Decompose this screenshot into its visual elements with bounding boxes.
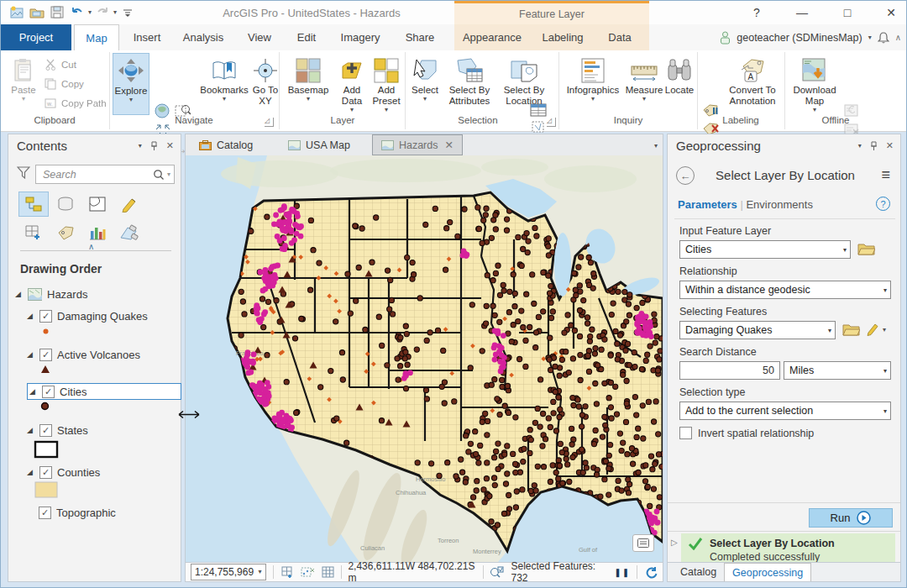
select-button[interactable]: Select▾ — [408, 53, 442, 102]
result-expander-icon[interactable]: ▷ — [671, 538, 678, 547]
add-data-button[interactable]: Add Data▾ — [335, 53, 369, 113]
download-map-button[interactable]: Download Map▾ — [790, 53, 839, 113]
tab-view[interactable]: View — [238, 24, 281, 50]
layer-item-damaging-quakes[interactable]: ◢ ✓ Damaging Quakes — [27, 307, 148, 324]
layer-item-hazards[interactable]: ◢ Hazards — [15, 286, 87, 302]
infographics-button[interactable]: Infographics▾ — [562, 53, 624, 102]
list-by-snapping-icon[interactable] — [18, 220, 49, 245]
layer-item-counties[interactable]: ◢ ✓ Counties — [27, 464, 100, 480]
pin-icon[interactable] — [150, 141, 158, 151]
minimize-button[interactable]: — — [787, 1, 817, 24]
user-name[interactable]: geoteacher (SDMinesMap) — [737, 32, 862, 44]
distance-unit-combo[interactable]: Miles▾ — [784, 361, 891, 380]
measure-button[interactable]: Measure▾ — [624, 53, 664, 102]
redo-icon[interactable] — [93, 3, 112, 22]
paste-button[interactable]: Paste▾ — [6, 53, 41, 102]
layer-item-topographic[interactable]: ✓ Topographic — [39, 504, 116, 521]
list-by-selection-icon[interactable] — [82, 192, 113, 217]
bottom-tab-geoprocessing[interactable]: Geoprocessing — [724, 563, 811, 581]
tab-insert[interactable]: Insert — [123, 24, 170, 50]
browse-icon[interactable] — [857, 241, 875, 255]
locate-button[interactable]: Locate — [663, 53, 696, 96]
back-icon[interactable]: ← — [676, 166, 695, 185]
navigate-launcher-icon[interactable]: ◿ — [265, 118, 274, 127]
list-by-data-source-icon[interactable] — [50, 192, 81, 217]
grid-icon[interactable] — [322, 566, 334, 579]
view-tab-hazards[interactable]: Hazards ✕ — [372, 134, 463, 155]
explore-button[interactable]: Explore▾ — [113, 53, 149, 115]
list-by-editing-icon[interactable] — [114, 192, 144, 217]
input-feature-layer-combo[interactable]: Cities▾ — [679, 240, 851, 259]
search-distance-input[interactable]: 50 — [679, 361, 780, 380]
selection-launcher-icon[interactable]: ◿ — [547, 118, 556, 127]
tab-map[interactable]: Map — [74, 24, 119, 50]
cut-button[interactable]: Cut — [45, 55, 76, 73]
invert-checkbox[interactable] — [679, 427, 692, 439]
checkbox[interactable]: ✓ — [39, 424, 52, 437]
tab-analysis[interactable]: Analysis — [174, 24, 233, 50]
checkbox[interactable]: ✓ — [39, 310, 52, 323]
add-preset-button[interactable]: Add Preset▾ — [369, 53, 404, 113]
sketch-caret-icon[interactable]: ▾ — [883, 327, 886, 333]
layer-item-cities[interactable]: ◢ ✓ Cities — [27, 383, 181, 400]
view-tab-usa-map[interactable]: USA Map — [280, 134, 359, 155]
list-by-drawing-order-icon[interactable] — [18, 192, 49, 217]
tab-environments[interactable]: Environments — [746, 198, 812, 211]
checkbox[interactable]: ✓ — [39, 349, 52, 361]
tab-data[interactable]: Data — [600, 24, 639, 50]
checkbox[interactable]: ✓ — [39, 507, 51, 519]
copy-path-button[interactable]: w.Copy Path — [45, 94, 107, 112]
gp-close-icon[interactable]: ✕ — [886, 140, 894, 151]
map-canvas[interactable]: HermosilloChihuahuaCuliacanTorreonMonter… — [185, 155, 663, 562]
search-icon[interactable] — [153, 169, 165, 181]
gp-options-icon[interactable]: ≡ — [881, 166, 890, 184]
convert-to-annotation-button[interactable]: A Convert To Annotation — [723, 53, 782, 107]
scale-combo[interactable]: 1:24,755,969▾ — [191, 564, 266, 580]
gp-help-icon[interactable]: ? — [876, 197, 890, 211]
close-view-tab-icon[interactable]: ✕ — [444, 139, 453, 151]
contents-menu-caret-icon[interactable]: ▾ — [139, 143, 142, 150]
close-button[interactable]: ✕ — [876, 1, 906, 24]
tab-parameters[interactable]: Parameters — [678, 198, 737, 211]
customize-qat-icon[interactable] — [118, 3, 137, 22]
notifications-icon[interactable] — [878, 31, 889, 45]
list-by-perspective-icon[interactable] — [114, 220, 144, 245]
basemap-button[interactable]: Basemap▾ — [283, 53, 333, 102]
contents-search-input[interactable]: Search ▾ — [35, 165, 175, 184]
maximize-button[interactable]: □ — [832, 1, 862, 24]
contents-close-icon[interactable]: ✕ — [166, 140, 174, 151]
select-by-location-button[interactable]: Select By Location — [498, 53, 550, 107]
tab-share[interactable]: Share — [394, 24, 446, 50]
tab-appearance[interactable]: Appearance — [461, 24, 523, 50]
filter-icon[interactable] — [17, 166, 30, 179]
gp-menu-caret-icon[interactable]: ▾ — [858, 143, 862, 150]
new-project-icon[interactable] — [8, 3, 26, 22]
sketch-icon[interactable] — [866, 322, 880, 336]
snap-icon[interactable] — [301, 566, 315, 579]
tab-list-caret-icon[interactable]: ▾ — [654, 143, 658, 150]
open-project-icon[interactable] — [28, 3, 46, 22]
select-by-attributes-button[interactable]: Select By Attributes — [443, 53, 496, 107]
selection-type-combo[interactable]: Add to the current selection▾ — [679, 402, 891, 420]
copy-button[interactable]: Copy — [45, 75, 84, 92]
view-tab-catalog[interactable]: Catalog — [191, 134, 261, 155]
layer-item-active-volcanoes[interactable]: ◢ ✓ Active Volcanoes — [27, 346, 140, 363]
list-by-labeling-icon[interactable] — [50, 220, 81, 245]
checkbox[interactable]: ✓ — [39, 466, 52, 479]
bottom-tab-catalog[interactable]: Catalog — [673, 563, 724, 581]
list-by-charts-icon[interactable] — [82, 220, 113, 245]
tab-project[interactable]: Project — [1, 24, 71, 50]
layer-item-states[interactable]: ◢ ✓ States — [27, 422, 88, 438]
pause-drawing-icon[interactable]: ❚❚ — [614, 568, 630, 577]
relationship-combo[interactable]: Within a distance geodesic▾ — [679, 281, 891, 299]
help-button[interactable]: ? — [742, 1, 772, 24]
refresh-icon[interactable] — [644, 566, 658, 579]
selecting-features-combo[interactable]: Damaging Quakes▾ — [679, 321, 836, 339]
invert-checkbox-row[interactable]: Invert spatial relationship — [679, 427, 814, 439]
undo-caret-icon[interactable]: ▾ — [88, 9, 92, 16]
tab-edit[interactable]: Edit — [286, 24, 327, 50]
collapse-views-icon[interactable]: ∧ — [88, 242, 94, 251]
user-caret-icon[interactable]: ▾ — [868, 34, 872, 41]
map-flyout-button[interactable] — [632, 534, 654, 552]
add-map-grid-icon[interactable] — [280, 566, 294, 579]
